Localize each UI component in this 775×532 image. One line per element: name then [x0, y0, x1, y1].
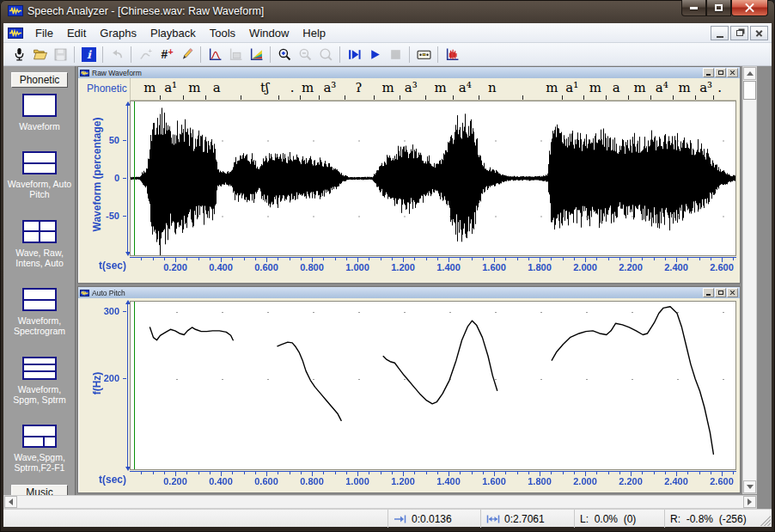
scroll-left-icon[interactable]	[4, 496, 17, 508]
phonetic-segment[interactable]: a⁴	[459, 80, 472, 95]
layout-label: Waveform, Spgm, Sptrm	[5, 384, 74, 405]
menu-file[interactable]: File	[28, 24, 60, 42]
begin-cursor-line[interactable]	[134, 101, 135, 255]
scroll-right-icon[interactable]	[743, 496, 756, 508]
tab-phonetic[interactable]: Phonetic	[11, 72, 68, 88]
open-file-icon[interactable]	[29, 45, 50, 64]
status-right-level: R: -0.8% (-256)	[664, 510, 763, 528]
graph-window-auto-pitch: Auto Pitch f(Hz) 300200 0.2000.4000.6000…	[77, 286, 741, 493]
phonetic-annotation-strip[interactable]: ma¹matʃ.ma³ʔma³ma⁴nma¹mama⁴ma³.	[130, 78, 736, 101]
graph2-close-icon[interactable]	[727, 288, 738, 297]
phonetic-segment[interactable]: a	[613, 80, 620, 95]
phonetic-segment[interactable]: tʃ	[260, 80, 269, 95]
phonetic-segment[interactable]: m	[633, 80, 645, 95]
phonetic-segment[interactable]: a¹	[565, 80, 578, 95]
graph-colors-icon[interactable]	[246, 45, 266, 64]
annotation-edit-icon[interactable]	[176, 45, 197, 64]
cursor-begin-icon	[394, 515, 407, 523]
graph1-minimize-icon[interactable]	[703, 68, 714, 77]
vertical-scroll-thumb[interactable]	[743, 81, 756, 100]
phonetic-segment[interactable]: m	[302, 80, 314, 95]
layout-wave-spgm-sptrm-f2-f1[interactable]: Wave,Spgm, Sptrm,F2-F1	[3, 425, 76, 473]
layout-waveform[interactable]: Waveform	[3, 94, 76, 131]
player-icon[interactable]	[413, 45, 434, 64]
phonetic-segment[interactable]: .	[290, 80, 295, 95]
phonetic-segment[interactable]: a³	[405, 80, 418, 95]
app-window: Speech Analyzer - [Chinese.wav: Raw Wave…	[0, 0, 775, 532]
status-bar: 0:0.0136 0:2.7061 L: 0.0% (0) R: -0.8% (…	[3, 509, 772, 527]
graph2-maximize-icon[interactable]	[715, 288, 726, 297]
play-between-cursors-icon[interactable]	[344, 45, 364, 64]
menu-items: FileEditGraphsPlaybackToolsWindowHelp	[28, 24, 333, 42]
mdi-restore-icon[interactable]	[730, 26, 748, 40]
graph1-title: Raw Waveform	[92, 69, 142, 77]
layout-waveform-auto-pitch[interactable]: Waveform, Auto Pitch	[3, 151, 76, 199]
record-to-graph-icon[interactable]	[442, 45, 462, 64]
begin-cursor-line[interactable]	[134, 302, 135, 469]
resize-grip[interactable]	[759, 514, 771, 526]
phonetic-segment[interactable]: .	[717, 80, 722, 95]
phonetic-segment[interactable]: a⁴	[656, 80, 668, 95]
mdi-minimize-icon[interactable]	[711, 26, 729, 40]
maximize-icon[interactable]	[706, 0, 731, 16]
phonetic-segment[interactable]: ʔ	[355, 80, 362, 95]
graph1-caption[interactable]: Raw Waveform	[78, 67, 740, 78]
close-icon[interactable]	[731, 0, 768, 16]
left-level-value: L: 0.0% (0)	[580, 513, 636, 525]
menu-window[interactable]: Window	[242, 24, 296, 42]
menu-graphs[interactable]: Graphs	[93, 24, 143, 42]
phonetic-segment[interactable]: a	[213, 80, 221, 95]
phonetic-segment[interactable]: m	[188, 80, 200, 95]
x-tick-label: 2.000	[573, 262, 597, 272]
layout-waveform-spgm-sptrm[interactable]: Waveform, Spgm, Sptrm	[3, 357, 76, 405]
pitch-plot[interactable]	[130, 301, 736, 470]
graph2-minimize-icon[interactable]	[703, 288, 714, 297]
status-left-level: L: 0.0% (0)	[574, 510, 664, 528]
x-tick-label: 0.400	[209, 476, 233, 486]
play-icon[interactable]	[364, 45, 385, 64]
x-tick-label: 2.200	[619, 262, 643, 272]
phonetic-segment[interactable]: n	[488, 80, 497, 95]
mdi-close-icon[interactable]	[750, 26, 768, 40]
graph1-close-icon[interactable]	[727, 68, 738, 77]
waveform-plot[interactable]	[130, 101, 736, 256]
menu-playback[interactable]: Playback	[143, 24, 203, 42]
x-tick-label: 2.000	[573, 476, 597, 486]
phonetic-segment[interactable]: m	[589, 80, 601, 95]
graph1-maximize-icon[interactable]	[715, 68, 726, 77]
stop-icon	[385, 45, 406, 64]
phonetic-segment[interactable]: m	[435, 80, 447, 95]
scroll-up-icon[interactable]	[743, 67, 756, 80]
phonetic-segment[interactable]: a³	[699, 80, 712, 95]
save-icon	[50, 45, 70, 64]
horizontal-scrollbar[interactable]	[3, 495, 757, 509]
menu-tools[interactable]: Tools	[203, 24, 242, 42]
graph-distribution-icon[interactable]	[204, 45, 225, 64]
menu-edit[interactable]: Edit	[60, 24, 93, 42]
taskbar-sidebar: Phonetic WaveformWaveform, Auto PitchWav…	[3, 66, 76, 509]
svg-text:#: #	[161, 47, 168, 61]
menu-help[interactable]: Help	[296, 24, 333, 42]
layout-waveform-spectrogram[interactable]: Waveform, Spectrogram	[3, 288, 76, 336]
x-tick-label: 2.400	[664, 476, 688, 486]
layout-wave-raw-intens-auto[interactable]: Wave, Raw, Intens, Auto	[3, 220, 76, 268]
phonetic-segment[interactable]: m	[679, 80, 691, 95]
vertical-scrollbar[interactable]	[742, 66, 757, 494]
phonetic-segment[interactable]: m	[382, 80, 394, 95]
x-tick-label: 0.600	[254, 262, 278, 272]
graph2-caption[interactable]: Auto Pitch	[78, 287, 740, 298]
zoom-in-icon[interactable]	[274, 45, 295, 64]
graph2-x-axis-title: t(sec)	[88, 474, 126, 486]
phonetic-segment[interactable]: a¹	[164, 80, 177, 95]
record-mic-icon[interactable]	[9, 45, 29, 64]
cursor-begin-value: 0:0.0136	[412, 513, 452, 525]
x-tick-label: 1.800	[528, 262, 552, 272]
phonetic-segment[interactable]: m	[546, 80, 558, 95]
undo-icon	[107, 45, 127, 64]
number-transcription-icon[interactable]: #+	[156, 45, 176, 64]
phonetic-segment[interactable]: a³	[323, 80, 336, 95]
scroll-down-icon[interactable]	[743, 480, 756, 493]
phonetic-segment[interactable]: m	[143, 80, 156, 95]
minimize-icon[interactable]	[681, 0, 706, 16]
file-info-icon[interactable]: i	[78, 45, 99, 64]
